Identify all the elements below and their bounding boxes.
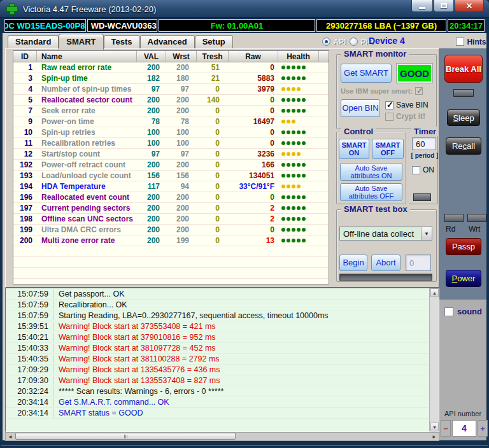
window-title: Victoria 4.47 Freeware (2013-02-20) — [23, 4, 156, 14]
log-line[interactable]: 15:07:59Starting Reading, LBA=0..2930277… — [6, 311, 429, 321]
smart-attribute-row[interactable]: 3Spin-up time182180215883 — [13, 73, 329, 84]
log-line[interactable]: 15:40:33Warning! Block start at 38109772… — [6, 343, 429, 354]
scrollbar-thumb[interactable] — [15, 433, 236, 440]
tab-advanced[interactable]: Advanced — [140, 35, 195, 48]
attribute-name: Number of spin-up times — [37, 85, 137, 94]
smart-attribute-row[interactable]: 11Recalibration retries10010000 — [13, 138, 329, 149]
break-all-button[interactable]: Break All — [444, 55, 483, 83]
api-number-value[interactable]: 4 — [452, 420, 476, 437]
api-number-decrement-button[interactable]: − — [441, 420, 451, 437]
test-counter-input[interactable]: 0 — [406, 255, 431, 271]
header-wrst[interactable]: Wrst — [166, 51, 197, 62]
health-dot-icon — [281, 152, 285, 156]
test-select[interactable]: Off-line data collect ▼ — [339, 227, 432, 241]
close-button[interactable]: ✕ — [455, 0, 484, 12]
smart-attribute-row[interactable]: 1Raw read error rate200200510 — [13, 62, 329, 73]
smart-attribute-row[interactable]: 12Start/stop count979703236 — [13, 149, 329, 160]
log-line[interactable]: 17:09:29Warning! Block start at 13354357… — [6, 365, 429, 375]
tab-standard[interactable]: Standard — [8, 35, 59, 48]
header-health[interactable]: Health — [278, 51, 319, 62]
scroll-down-icon[interactable]: ▼ — [430, 423, 439, 431]
sleep-button[interactable]: Sleep — [447, 109, 480, 126]
get-smart-button[interactable]: Get SMART — [341, 64, 392, 83]
health-dot-icon — [281, 174, 285, 178]
health-dot-icon — [297, 163, 301, 167]
tab-setup[interactable]: Setup — [195, 35, 233, 48]
attribute-val: 200 — [137, 214, 166, 223]
log-line[interactable]: 15:39:51Warning! Block start at 37355340… — [6, 321, 429, 332]
log-line[interactable]: 17:09:30Warning! Block start at 13355374… — [6, 375, 429, 386]
smart-on-button[interactable]: SMART ON — [339, 139, 369, 159]
timer-on-checkbox[interactable] — [412, 166, 420, 174]
smart-attribute-row[interactable]: 199Ultra DMA CRC errors20020000 — [13, 225, 329, 235]
tab-tests[interactable]: Tests — [104, 35, 140, 48]
smart-attribute-row[interactable]: 7Seek error rate20020000 — [13, 106, 329, 116]
minimize-button[interactable] — [411, 0, 433, 12]
attribute-raw: 0 — [229, 225, 278, 234]
smart-attribute-row[interactable]: 4Number of spin-up times979703979 — [13, 84, 329, 95]
passport-button[interactable]: Passp — [446, 238, 481, 255]
log-line[interactable]: 20:32:24***** Scan results: Warnings - 6… — [6, 386, 429, 397]
log-line[interactable]: 15:07:59Recallibration... OK — [6, 300, 429, 311]
chevron-down-icon[interactable]: ▼ — [421, 227, 432, 240]
log-message: Warning! Block start at 381100288 = 2792… — [54, 354, 220, 363]
log-horizontal-scrollbar[interactable]: ◄ ► — [5, 432, 439, 441]
log-timestamp: 15:07:59 — [6, 311, 54, 320]
use-ibm-checkbox[interactable] — [415, 87, 423, 95]
crypt-checkbox[interactable] — [385, 113, 393, 121]
hints-checkbox[interactable] — [456, 38, 464, 46]
smart-attribute-row[interactable]: 200Multi zone error rate200199013 — [13, 235, 329, 246]
smart-attribute-row[interactable]: 198Offline scan UNC sectors20020002 — [13, 214, 329, 225]
sound-checkbox[interactable] — [444, 307, 453, 316]
log-line[interactable]: 15:40:21Warning! Block start at 37901081… — [6, 332, 429, 343]
header-val[interactable]: VAL — [137, 51, 166, 62]
header-raw[interactable]: Raw — [229, 51, 278, 62]
tab-smart[interactable]: SMART — [59, 34, 103, 50]
smart-attribute-row[interactable]: 193Load/unload cycle count1561560134051 — [13, 171, 329, 181]
maximize-button[interactable] — [434, 0, 454, 12]
log-vertical-scrollbar[interactable]: ▲ ▼ — [429, 288, 439, 431]
log-line[interactable]: 20:34:14SMART status = GOOD — [6, 408, 429, 419]
power-button[interactable]: Power — [446, 270, 481, 287]
log-line[interactable]: 20:34:14Get S.M.A.R.T. command... OK — [6, 397, 429, 408]
open-bin-button[interactable]: Open BIN — [341, 99, 380, 117]
smart-off-button[interactable]: SMART OFF — [372, 139, 404, 159]
health-dot-icon — [292, 87, 295, 91]
scroll-right-icon[interactable]: ► — [430, 433, 439, 440]
health-dot-icon — [287, 239, 290, 242]
attribute-worst: 94 — [166, 182, 197, 191]
header-id[interactable]: ID — [13, 51, 37, 62]
smart-attribute-row[interactable]: 192Power-off retract count2002000166 — [13, 160, 329, 171]
header-tresh[interactable]: Tresh — [197, 51, 229, 62]
write-led-label: Wrt — [469, 225, 480, 234]
smart-attribute-row[interactable]: 5Reallocated sector count2002001400 — [13, 95, 329, 106]
health-dot-icon — [287, 152, 290, 156]
health-dot-icon — [287, 98, 290, 102]
attribute-id: 196 — [13, 193, 37, 202]
log-line[interactable]: 15:07:59Get passport... OK — [6, 289, 429, 300]
pio-radio[interactable] — [350, 38, 358, 46]
smart-attribute-row[interactable]: 197Current pending sectors20020002 — [13, 203, 329, 214]
log-line[interactable]: 15:40:35Warning! Block start at 38110028… — [6, 354, 429, 365]
recall-button[interactable]: Recall — [446, 137, 481, 155]
smart-attribute-row[interactable]: 194HDA Temperature11794033°C/91°F — [13, 181, 329, 192]
header-name[interactable]: Name — [37, 51, 137, 62]
attribute-val: 200 — [137, 160, 166, 169]
autosave-on-button[interactable]: Auto Save attributes ON — [340, 163, 402, 181]
smart-attribute-row[interactable]: 10Spin-up retries10010000 — [13, 127, 329, 138]
smart-attribute-row[interactable]: 196Reallocated event count20020000 — [13, 192, 329, 203]
scroll-up-icon[interactable]: ▲ — [430, 288, 439, 297]
timer-period-input[interactable]: 60 — [412, 137, 436, 150]
api-radio[interactable] — [322, 38, 330, 46]
attribute-worst: 156 — [166, 171, 197, 180]
api-number-increment-button[interactable]: + — [478, 420, 488, 437]
autosave-off-button[interactable]: Auto Save attributes OFF — [340, 183, 402, 201]
begin-button[interactable]: Begin — [339, 255, 367, 271]
scroll-left-icon[interactable]: ◄ — [6, 433, 15, 440]
smart-attribute-row[interactable]: 9Power-on time7878016497 — [13, 116, 329, 127]
save-bin-checkbox[interactable] — [385, 101, 393, 109]
attribute-raw: 16497 — [229, 117, 278, 126]
attribute-worst: 97 — [166, 150, 197, 158]
attribute-threshold: 0 — [197, 106, 229, 115]
abort-button[interactable]: Abort — [371, 255, 400, 271]
